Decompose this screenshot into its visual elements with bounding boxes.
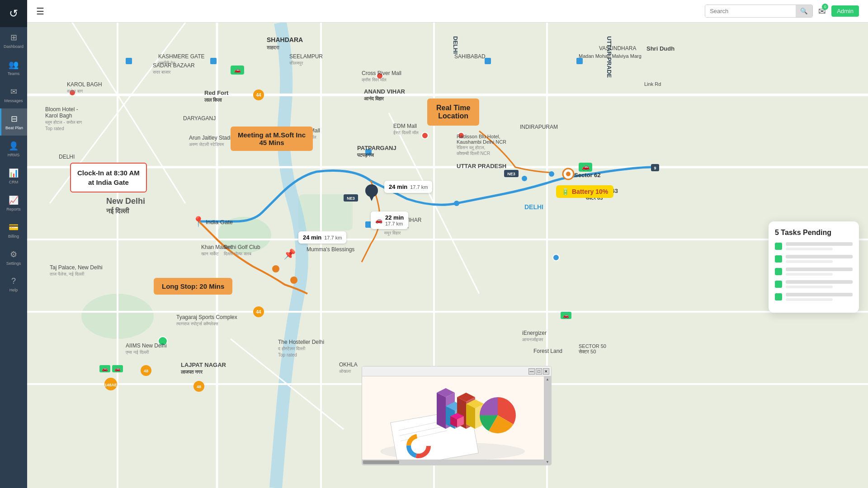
sidebar-item-billing[interactable]: 💳 Billing (0, 217, 27, 244)
sidebar-item-messages[interactable]: ✉ Messages (0, 81, 27, 108)
svg-text:📌: 📌 (283, 248, 296, 260)
task-line2-4 (786, 286, 833, 288)
task-item-4[interactable] (775, 280, 853, 288)
messages-icon: ✉ (10, 87, 17, 97)
sidebar-label-crm: CRM (9, 180, 19, 184)
task-line2-1 (786, 248, 833, 250)
help-icon: ? (11, 277, 16, 286)
clockin-text-line1: Clock-In at 8:30 AM (77, 169, 140, 177)
svg-text:44: 44 (256, 310, 261, 314)
sidebar-item-beatplan[interactable]: ⊟ Beat Plan (0, 108, 27, 136)
sector-62-label: Sector 62 (574, 172, 601, 178)
map-container[interactable]: NE3 NE3 9 44 44 148AE 48 48 (27, 23, 868, 488)
sidebar-label-settings: Settings (6, 261, 21, 266)
long-stop-box: Long Stop: 20 Mins (154, 278, 232, 295)
task-item-5[interactable] (775, 293, 853, 301)
drive-car-icon: 🚗 (375, 217, 382, 224)
realtime-text-line2: Location (438, 112, 468, 120)
svg-rect-65 (576, 58, 583, 64)
drive-time-box-2: 🚗 22 min 17.7 km (371, 211, 408, 229)
svg-point-43 (566, 172, 571, 176)
meeting-text-line1: Meeting at M.Soft Inc (238, 131, 306, 139)
chart-close-button[interactable]: ✕ (543, 368, 549, 375)
realtime-text-line1: Real Time (436, 104, 470, 112)
svg-rect-62 (126, 58, 132, 64)
task-lines-5 (786, 293, 853, 301)
tasks-panel: 5 Tasks Pending (769, 221, 859, 313)
notification-bell[interactable]: ✉ 0 (818, 6, 826, 17)
sidebar-item-help[interactable]: ? Help (0, 271, 27, 298)
svg-text:48: 48 (144, 369, 148, 373)
sidebar-item-teams[interactable]: 👥 Teams (0, 54, 27, 81)
task-line1-1 (786, 242, 853, 246)
svg-text:🚗: 🚗 (102, 366, 108, 372)
svg-rect-63 (210, 58, 217, 64)
drive-distance-3: 17.7 km (324, 235, 342, 240)
sidebar-item-hrms[interactable]: 👤 HRMS (0, 136, 27, 163)
task-icon-3 (775, 268, 782, 275)
teams-icon: 👥 (9, 60, 19, 70)
sidebar-item-crm[interactable]: 📊 CRM (0, 163, 27, 190)
sidebar-item-settings[interactable]: ⚙ Settings (0, 244, 27, 271)
long-stop-text: Long Stop: 20 Mins (162, 282, 224, 290)
svg-text:44: 44 (256, 93, 261, 98)
hrms-icon: 👤 (9, 141, 19, 151)
svg-text:NE3: NE3 (507, 172, 515, 176)
header-left: ☰ (36, 6, 44, 17)
svg-point-34 (272, 265, 279, 272)
sidebar-label-billing: Billing (8, 234, 19, 239)
svg-point-36 (454, 201, 459, 206)
chart-restore-button[interactable]: □ (536, 368, 542, 375)
svg-text:🚗: 🚗 (582, 163, 590, 171)
search-button[interactable]: 🔍 (796, 5, 812, 17)
svg-text:48: 48 (197, 385, 201, 389)
task-icon-1 (775, 243, 782, 250)
chart-minimize-button[interactable]: — (528, 368, 535, 375)
task-line1-5 (786, 293, 853, 296)
hamburger-button[interactable]: ☰ (36, 6, 44, 17)
drive-time-3: 24 min (303, 234, 321, 241)
task-icon-5 (775, 293, 782, 300)
admin-button[interactable]: Admin (831, 5, 859, 17)
drive-distance-1: 17.7 km (410, 184, 428, 190)
task-item-1[interactable] (775, 242, 853, 250)
svg-text:148AE: 148AE (104, 383, 117, 387)
svg-point-60 (158, 337, 167, 346)
clockin-text-line2: at India Gate (88, 178, 129, 186)
meeting-box: Meeting at M.Soft Inc 45 Mins (231, 127, 313, 151)
svg-text:9: 9 (654, 166, 656, 170)
chart-content (362, 376, 551, 465)
dashboard-icon: ⊞ (10, 33, 17, 42)
drive-distance-2: 17.7 km (385, 221, 404, 226)
notification-count: 0 (822, 4, 828, 10)
drive-time-box-1: 24 min 17.7 km (384, 181, 432, 193)
settings-icon: ⚙ (10, 249, 17, 259)
sidebar-label-dashboard: Dashboard (4, 44, 24, 49)
search-box: 🔍 (705, 5, 813, 18)
battery-box: 🔋 Battery 10% (556, 185, 613, 198)
task-line1-3 (786, 267, 853, 271)
svg-point-61 (553, 254, 559, 261)
sidebar-logo[interactable]: ↺ (0, 0, 27, 27)
header: ☰ 🔍 ✉ 0 Admin (27, 0, 868, 23)
svg-point-56 (69, 89, 75, 96)
task-line2-2 (786, 260, 833, 263)
svg-text:NE3: NE3 (347, 196, 355, 201)
task-icon-2 (775, 255, 782, 263)
task-item-3[interactable] (775, 267, 853, 276)
task-lines-3 (786, 267, 853, 276)
task-item-2[interactable] (775, 255, 853, 263)
sidebar-label-teams: Teams (8, 71, 20, 76)
header-right: 🔍 ✉ 0 Admin (705, 5, 859, 18)
task-line2-5 (786, 298, 833, 301)
meeting-text-line2: 45 Mins (259, 139, 284, 146)
svg-text:🚗: 🚗 (114, 366, 121, 372)
sidebar-label-messages: Messages (4, 99, 23, 103)
battery-icon: 🔋 (561, 188, 569, 195)
sidebar-item-reports[interactable]: 📈 Reports (0, 190, 27, 217)
sidebar-item-dashboard[interactable]: ⊞ Dashboard (0, 27, 27, 54)
main-area: ☰ 🔍 ✉ 0 Admin (27, 0, 868, 488)
svg-point-35 (290, 277, 297, 284)
search-input[interactable] (705, 5, 796, 17)
clockin-box: Clock-In at 8:30 AM at India Gate (70, 163, 147, 192)
